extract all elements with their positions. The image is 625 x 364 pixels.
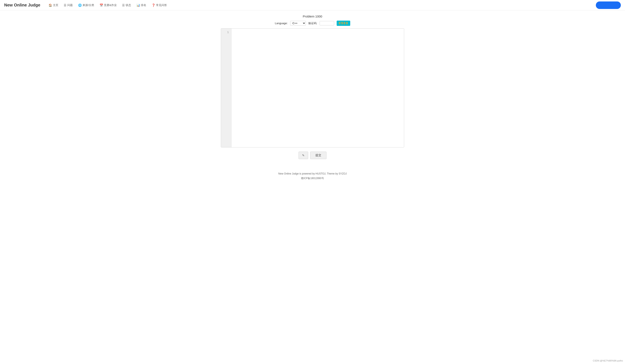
question-icon: ❓	[152, 3, 155, 7]
submit-options: Language: C++ C Java Python Pascal 验证码: …	[221, 21, 404, 26]
captcha-display: 0980	[337, 21, 350, 26]
nav-label-sources: 来源/分类	[83, 3, 94, 7]
nav-item-home[interactable]: 🏠 主页	[46, 2, 61, 8]
nav-item-faq[interactable]: ❓ 常见问答	[150, 2, 169, 8]
globe-icon: 🌐	[78, 3, 82, 7]
edit-icon: ✎	[302, 154, 305, 157]
nav-label-faq: 常见问答	[156, 3, 167, 7]
home-icon: 🏠	[49, 3, 52, 7]
navbar: New Online Judge 🏠 主页 ☰ 问题 🌐 来源/分类 📅 竞赛&…	[0, 0, 625, 10]
nav-label-contests: 竞赛&作业	[104, 3, 117, 7]
nav-item-sources[interactable]: 🌐 来源/分类	[76, 2, 96, 8]
captcha-label: 验证码:	[308, 22, 317, 25]
login-button[interactable]	[596, 1, 621, 9]
code-textarea[interactable]	[231, 29, 404, 147]
nav-item-contests[interactable]: 📅 竞赛&作业	[97, 2, 119, 8]
nav-label-problems: 问题	[67, 3, 73, 7]
list-icon: ☰	[64, 3, 66, 7]
nav-label-home: 主页	[53, 3, 58, 7]
nav-item-problems[interactable]: ☰ 问题	[62, 2, 75, 8]
language-select[interactable]: C++ C Java Python Pascal	[290, 21, 306, 26]
bar-chart-icon: 📊	[136, 3, 140, 7]
language-label: Language:	[275, 22, 287, 25]
edit-icon-button[interactable]: ✎	[299, 152, 308, 159]
line-numbers: 1	[221, 29, 231, 147]
nav-list: 🏠 主页 ☰ 问题 🌐 来源/分类 📅 竞赛&作业 ☰ 状态 📊 排名 ❓ 常见…	[46, 2, 596, 8]
navbar-right	[596, 1, 621, 9]
captcha-input[interactable]	[320, 21, 334, 25]
nav-item-rankings[interactable]: 📊 排名	[134, 2, 148, 8]
status-icon: ☰	[122, 3, 125, 7]
code-editor-wrapper: 1	[221, 28, 404, 148]
submit-button[interactable]: 提交	[310, 152, 326, 159]
footer-powered-by: New Online Judge is powered by HUSTOJ, T…	[225, 172, 400, 176]
footer-icp: 赣ICP备18012890号	[225, 176, 400, 181]
problem-header: Problem 1000	[221, 15, 404, 18]
nav-label-status: 状态	[126, 3, 131, 7]
nav-label-rankings: 排名	[141, 3, 146, 7]
nav-item-status[interactable]: ☰ 状态	[120, 2, 133, 8]
footer: New Online Judge is powered by HUSTOJ, T…	[221, 167, 404, 185]
submit-section: ✎ 提交	[221, 152, 404, 159]
line-number-1: 1	[223, 30, 229, 34]
brand-name: New Online Judge	[4, 3, 40, 7]
problem-title: Problem 1000	[303, 15, 322, 18]
calendar-icon: 📅	[100, 3, 103, 7]
main-content: Problem 1000 Language: C++ C Java Python…	[219, 10, 406, 189]
